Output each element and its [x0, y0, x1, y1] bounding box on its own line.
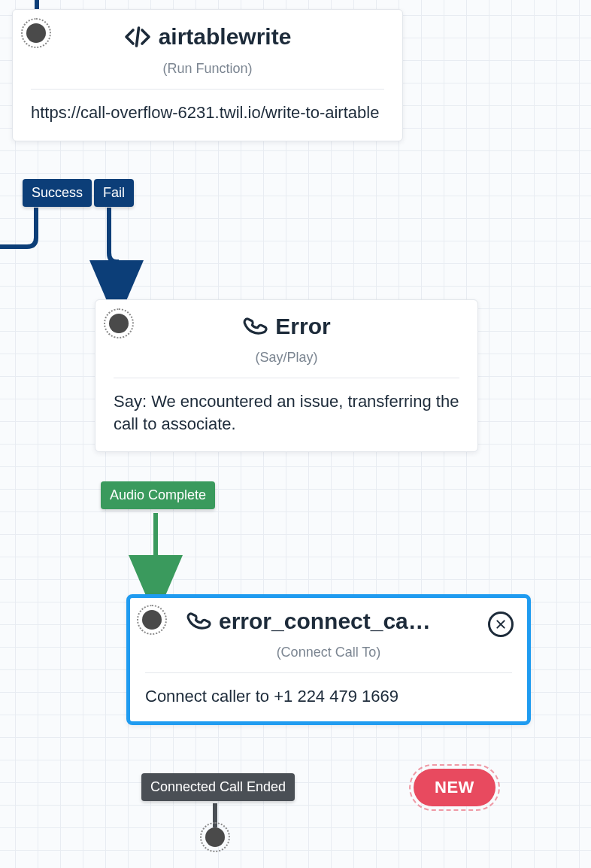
transition-connected-call-ended[interactable]: Connected Call Ended	[141, 773, 295, 801]
node-body: https://call-overflow-6231.twil.io/write…	[31, 102, 384, 124]
unconnected-anchor[interactable]	[205, 827, 225, 847]
node-error-connect[interactable]: error_connect_ca… (Connect Call To) Conn…	[126, 594, 531, 725]
node-airtablewrite[interactable]: airtablewrite (Run Function) https://cal…	[12, 9, 403, 141]
code-icon	[124, 23, 151, 50]
transition-success[interactable]: Success	[23, 179, 92, 207]
flow-canvas[interactable]: airtablewrite (Run Function) https://cal…	[0, 0, 591, 868]
node-title: Error	[275, 314, 330, 339]
new-transition-button[interactable]: NEW	[414, 769, 496, 806]
svg-line-0	[136, 28, 138, 46]
phone-icon	[242, 314, 268, 339]
node-anchor[interactable]	[142, 610, 162, 630]
phone-icon	[186, 609, 211, 634]
node-type-label: (Say/Play)	[114, 350, 459, 366]
divider	[114, 378, 459, 378]
node-anchor[interactable]	[26, 23, 46, 43]
node-title: airtablewrite	[159, 24, 292, 50]
node-error[interactable]: Error (Say/Play) Say: We encountered an …	[95, 299, 478, 452]
node-title: error_connect_ca…	[219, 609, 431, 634]
close-icon[interactable]	[488, 612, 514, 637]
transition-fail[interactable]: Fail	[94, 179, 134, 207]
divider	[31, 89, 384, 90]
node-type-label: (Run Function)	[31, 61, 384, 77]
node-body: Say: We encountered an issue, transferri…	[114, 390, 459, 435]
node-body: Connect caller to +1 224 479 1669	[145, 685, 512, 708]
divider	[145, 672, 512, 673]
transition-audio-complete[interactable]: Audio Complete	[101, 481, 215, 509]
node-type-label: (Connect Call To)	[145, 645, 512, 660]
node-anchor[interactable]	[109, 314, 129, 333]
